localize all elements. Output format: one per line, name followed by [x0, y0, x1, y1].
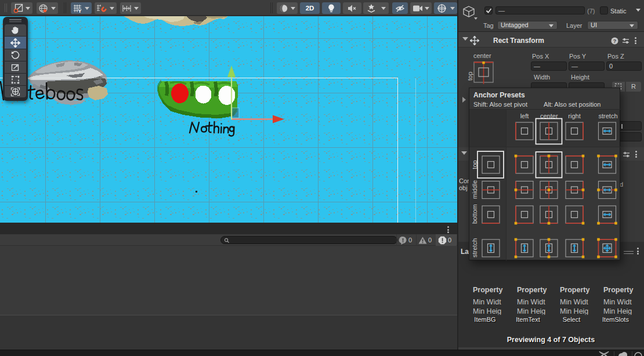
svg-text:Y: Y	[78, 8, 82, 13]
svg-text:?: ?	[613, 38, 617, 44]
